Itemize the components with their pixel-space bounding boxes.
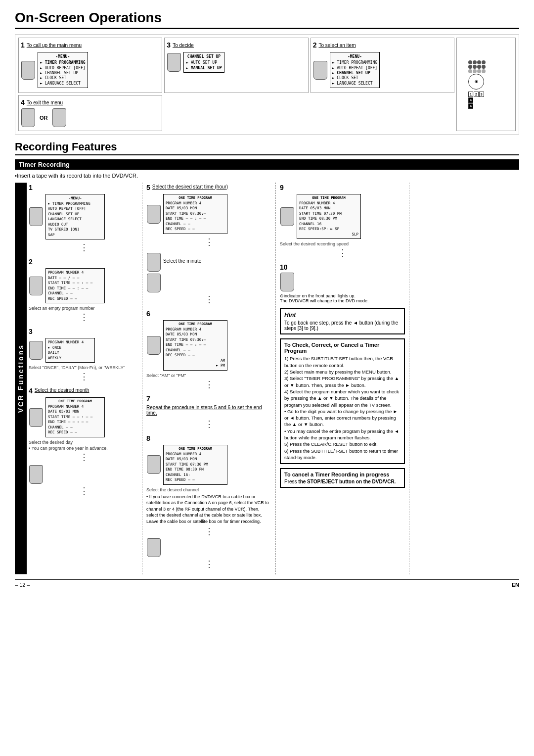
step-1-item-3: CHANNEL SET UP xyxy=(40,71,86,76)
rec-step-8-subdesc: Select the desired channel xyxy=(146,487,271,492)
left-column: 1 -MENU- ► TIMER PROGRAMMING AUTO REPEAT… xyxy=(29,183,142,574)
rec-step-6-screen: ONE TIME PROGRAM PROGRAM NUMBER 4 DATE 0… xyxy=(163,320,227,371)
rec-s9-f4: END TIME 08:30 PM xyxy=(299,216,358,222)
rec-remote-minute xyxy=(147,253,161,272)
check-step-1: 1) Press the SUBTITLE/T-SET button then,… xyxy=(284,355,400,369)
rec-remote-3 xyxy=(29,341,43,360)
step-1-item-1: TIMER PROGRAMMING xyxy=(40,60,86,65)
step-1-desc: To call up the main menu xyxy=(27,43,82,48)
page-footer: – 12 – EN xyxy=(15,579,519,588)
rec-s3-f2: ► ONCE xyxy=(48,345,92,351)
cancel-timer-text: Press the STOP/EJECT button on the DVD/V… xyxy=(284,479,400,484)
recording-step-10: 10 ⊙indicator on the front panel lights … xyxy=(280,263,405,303)
step-3-desc: To decide xyxy=(173,43,194,48)
rec-s9-f1: PROGRAM NUMBER 4 xyxy=(299,201,358,206)
rec-s9-title: ONE TIME PROGRAM xyxy=(299,196,358,201)
recording-step-2: 2 PROGRAM NUMBER 4 DATE – – / – – START … xyxy=(29,258,139,323)
rec-s5-f3: START TIME 07:30:– xyxy=(166,211,225,217)
rec-step-8-num: 8 xyxy=(146,434,150,442)
step-2-num: 2 xyxy=(313,41,317,49)
rec-step-4-desc: Select the desired month xyxy=(35,387,89,393)
rec-remote-9 xyxy=(280,207,294,226)
rec-s1-i6: TV STEREO [ON] xyxy=(48,227,102,233)
dots-arrow-2: ⋮ xyxy=(29,312,139,323)
step-2-item-5: LANGUAGE SELECT xyxy=(332,81,378,86)
step-3-item-1: AUTO SET UP xyxy=(186,60,222,65)
rec-s4-f5: CHANNEL – – xyxy=(48,425,102,430)
page-number: – 12 – xyxy=(15,582,30,588)
rec-remote-1 xyxy=(29,207,43,226)
rec-remote-minute2 xyxy=(147,274,161,292)
rec-step-6-num: 6 xyxy=(146,310,150,318)
page-title: On-Screen Operations xyxy=(15,10,519,29)
rec-step-8-footnote: • If you have connected the DVD/VCR to a… xyxy=(146,494,271,525)
rec-s5-f6: REC SPEED – – xyxy=(166,227,225,232)
rec-step-5-desc: Select the desired start time (hour) xyxy=(152,184,228,189)
rec-step-1-num: 1 xyxy=(29,184,33,191)
rec-s6-f7: AM xyxy=(166,358,225,364)
rec-step-4-subdesc2: • You can program one year in advance. xyxy=(29,446,139,451)
rec-s6-f3: START TIME 07:30:– xyxy=(166,337,225,343)
hint-title: Hint xyxy=(284,312,400,319)
rec-s4-f1: PROGRAM NUMBER 4 xyxy=(48,404,102,410)
rec-s9-f5: CHANNEL 16 xyxy=(299,222,358,227)
rec-step-5-screen: ONE TIME PROGRAM PROGRAM NUMBER 4 DATE 0… xyxy=(163,194,227,234)
check-step-6: 6) Press the SUBTITLE/T-SET button to re… xyxy=(284,448,400,461)
rec-step-9-screen: ONE TIME PROGRAM PROGRAM NUMBER 4 DATE 0… xyxy=(297,194,361,239)
rec-step-4-subdesc1: Select the desired day xyxy=(29,440,139,445)
rec-step-2-subdesc: Select an empty program number xyxy=(29,306,139,311)
check-step-5: 5) Press the CLEAR/C.RESET button to exi… xyxy=(284,441,400,447)
rec-s1-i2: AUTO REPEAT [OFF] xyxy=(48,206,102,212)
rec-s6-f5: CHANNEL – – xyxy=(166,348,225,353)
recording-step-6: 6 ONE TIME PROGRAM PROGRAM NUMBER 4 DATE… xyxy=(146,310,271,390)
rec-remote-10 xyxy=(280,273,294,291)
dots-arrow-8: ⋮ xyxy=(146,526,271,537)
recording-step-3: 3 PROGRAM NUMBER 4 ► ONCE DAILY WEEKLY S… xyxy=(29,328,139,382)
rec-s8-title: ONE TIME PROGRAM xyxy=(166,447,225,452)
or-text: OR xyxy=(40,115,48,121)
hint-text: To go back one step, press the ◄ button … xyxy=(284,320,400,331)
step-2-menu-title: -MENU- xyxy=(332,54,378,59)
middle-column: 5 Select the desired start time (hour) O… xyxy=(142,183,276,574)
dots-arrow-6: ⋮ xyxy=(146,379,271,390)
step-4-num: 4 xyxy=(21,98,25,106)
rec-s2-f2: DATE – – / – – xyxy=(48,276,102,281)
recording-step-5: 5 Select the desired start time (hour) O… xyxy=(146,184,271,247)
check-step-2: 2) Select main menu by pressing the MENU… xyxy=(284,369,400,375)
rec-step-3-subdesc: Select "ONCE", "DAILY" (Mon-Fri), or "WE… xyxy=(29,365,139,370)
hint-box: Hint To go back one step, press the ◄ bu… xyxy=(280,308,405,334)
recording-step-7: 7 Repeat the procedure in steps 5 and 6 … xyxy=(146,395,271,429)
rec-remote-4b xyxy=(29,465,43,484)
rec-remote-6 xyxy=(147,336,161,355)
dots-arrow-3: ⋮ xyxy=(29,371,139,382)
step-1-item-2: AUTO REPEAT [OFF] xyxy=(40,66,86,71)
rec-s9-f3: START TIME 07:30 PM xyxy=(299,211,358,217)
rec-s8-f4: END TIME 08:30 PM xyxy=(166,467,225,472)
rec-s2-f6: REC SPEED – – xyxy=(48,296,102,302)
insert-tape-note: •Insert a tape with its record tab into … xyxy=(15,173,519,179)
select-minute-step: Select the minute ⋮ xyxy=(146,252,271,305)
dots-arrow-8b: ⋮ xyxy=(146,559,271,569)
dots-arrow-4: ⋮ xyxy=(29,452,139,463)
check-correct-cancel-title: To Check, Correct, or Cancel a Timer Pro… xyxy=(284,342,400,354)
rec-s8-f6: REC SPEED – – xyxy=(166,477,225,483)
rec-remote-8 xyxy=(147,455,161,474)
rec-step-10-num: 10 xyxy=(280,263,288,271)
rec-step-10-bullet1: ⊙indicator on the front panel lights up. xyxy=(280,293,405,298)
rec-s9-f2: DATE 05/03 MON xyxy=(299,206,358,211)
remote-diagram: ◉ 1 2 3 4 4 xyxy=(468,60,504,109)
step-2-item-3: CHANNEL SET UP xyxy=(332,71,378,76)
rec-s6-f2: DATE 05/03 MON xyxy=(166,332,225,337)
rec-step-2-num: 2 xyxy=(29,258,33,266)
dots-arrow-7: ⋮ xyxy=(146,419,271,429)
step-2-item-2: AUTO REPEAT [OFF] xyxy=(332,66,378,71)
rec-step-3-screen: PROGRAM NUMBER 4 ► ONCE DAILY WEEKLY xyxy=(45,338,95,363)
rec-step-1-screen: -MENU- ► TIMER PROGRAMMING AUTO REPEAT [… xyxy=(45,194,105,239)
step-3-num: 3 xyxy=(167,41,171,49)
rec-s6-f4: END TIME – – : – – xyxy=(166,342,225,348)
rec-s2-f1: PROGRAM NUMBER 4 xyxy=(48,270,102,276)
step-1-screen: -MENU- TIMER PROGRAMMING AUTO REPEAT [OF… xyxy=(38,52,88,88)
en-label: EN xyxy=(512,582,519,588)
check-correct-cancel-box: To Check, Correct, or Cancel a Timer Pro… xyxy=(280,338,405,464)
onscreen-operations-section: 1 To call up the main menu -MENU- TIMER … xyxy=(15,34,519,135)
